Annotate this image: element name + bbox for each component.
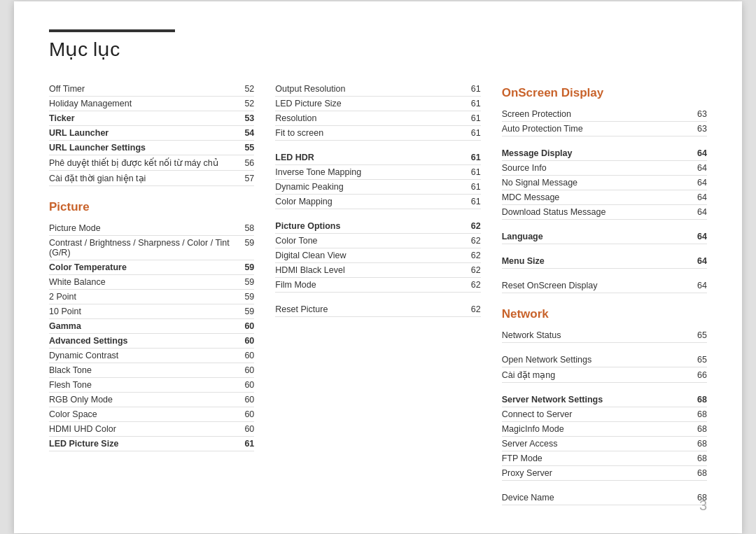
toc-number: 64 (697, 178, 707, 188)
spacer (502, 244, 707, 254)
spacer (502, 481, 707, 491)
page-number: 3 (699, 498, 707, 514)
toc-item: Phê duyệt thiết bị được kết nối từ máy c… (49, 155, 254, 171)
toc-item: White Balance59 (49, 275, 254, 290)
spacer (502, 220, 707, 230)
toc-label: Network Status (502, 330, 697, 340)
toc-number: 59 (244, 307, 254, 316)
toc-number: 64 (697, 163, 707, 173)
toc-number: 59 (244, 238, 254, 248)
toc-number: 68 (697, 409, 707, 419)
toc-label: Screen Protection (502, 109, 697, 119)
toc-number: 57 (244, 174, 254, 183)
toc-number: 60 (244, 380, 254, 390)
spacer (275, 209, 480, 219)
toc-number: 61 (471, 153, 481, 162)
toc-item: Film Mode62 (275, 278, 480, 293)
toc-section-header: LED HDR61 (275, 150, 480, 165)
toc-label: 10 Point (49, 307, 244, 316)
toc-number: 59 (244, 277, 254, 287)
toc-label: Download Status Message (502, 207, 697, 217)
page-title: Mục lục (49, 38, 707, 61)
spacer (502, 269, 707, 279)
column-1: Off Timer52Holiday Management52Ticker53U… (49, 82, 275, 505)
toc-item: 2 Point59 (49, 290, 254, 304)
toc-number: 68 (697, 468, 707, 478)
toc-number: 65 (697, 330, 707, 340)
toc-item: Inverse Tone Mapping61 (275, 165, 480, 180)
toc-number: 68 (697, 424, 707, 434)
toc-item: LED Picture Size61 (49, 437, 254, 451)
toc-item: Auto Protection Time63 (502, 122, 707, 136)
toc-number: 64 (697, 232, 707, 241)
toc-item: LED Picture Size61 (275, 97, 480, 111)
toc-item: Black Tone60 (49, 363, 254, 378)
spacer (502, 383, 707, 393)
toc-item: Ticker53 (49, 111, 254, 126)
title-bar (49, 29, 175, 32)
toc-item: Color Temperature59 (49, 260, 254, 275)
toc-number: 60 (244, 351, 254, 360)
toc-number: 61 (471, 99, 481, 108)
toc-number: 65 (697, 355, 707, 365)
toc-item: MDC Message64 (502, 190, 707, 205)
toc-number: 60 (244, 336, 254, 346)
toc-item: Fit to screen61 (275, 126, 480, 141)
toc-item: Digital Clean View62 (275, 248, 480, 263)
toc-label: Ticker (49, 113, 244, 123)
toc-number: 53 (244, 113, 254, 123)
toc-label: MagicInfo Mode (502, 424, 697, 434)
toc-item: Connect to Server68 (502, 407, 707, 422)
toc-item: RGB Only Mode60 (49, 393, 254, 407)
toc-item: Cài đặt mạng66 (502, 367, 707, 383)
toc-label: Fit to screen (275, 128, 470, 138)
toc-label: URL Launcher (49, 128, 244, 138)
page: Mục lục Off Timer52Holiday Management52T… (14, 1, 742, 533)
toc-label: Device Name (502, 493, 697, 503)
toc-item: HDMI Black Level62 (275, 263, 480, 278)
toc-label: Dynamic Peaking (275, 182, 470, 192)
toc-label: Color Tone (275, 236, 470, 246)
toc-number: 68 (697, 454, 707, 463)
toc-item: Color Mapping61 (275, 195, 480, 209)
toc-number: 62 (471, 280, 481, 290)
toc-item: No Signal Message64 (502, 176, 707, 190)
toc-number: 64 (697, 192, 707, 202)
toc-number: 62 (471, 265, 481, 275)
toc-label: Message Display (502, 148, 697, 158)
toc-item: URL Launcher Settings55 (49, 141, 254, 155)
toc-item: Open Network Settings65 (502, 353, 707, 367)
toc-number: 61 (471, 167, 481, 177)
toc-number: 61 (471, 84, 481, 94)
toc-item: MagicInfo Mode68 (502, 422, 707, 437)
toc-label: URL Launcher Settings (49, 143, 244, 153)
toc-label: Dynamic Contrast (49, 351, 244, 360)
toc-number: 62 (471, 236, 481, 246)
column-3: OnScreen DisplayScreen Protection63Auto … (502, 82, 707, 505)
toc-number: 61 (471, 128, 481, 138)
toc-item: Dynamic Peaking61 (275, 180, 480, 195)
toc-number: 58 (244, 223, 254, 233)
toc-number: 64 (697, 281, 707, 290)
toc-item: Language64 (502, 230, 707, 244)
toc-number: 68 (697, 439, 707, 449)
toc-label: Off Timer (49, 84, 244, 94)
toc-label: Phê duyệt thiết bị được kết nối từ máy c… (49, 157, 244, 168)
toc-label: LED HDR (275, 153, 470, 162)
toc-label: Flesh Tone (49, 380, 244, 390)
toc-item: Source Info64 (502, 161, 707, 176)
toc-number: 59 (244, 292, 254, 302)
toc-label: LED Picture Size (275, 99, 470, 108)
section-title: OnScreen Display (502, 86, 707, 100)
toc-label: Cài đặt thời gian hiện tại (49, 173, 244, 183)
toc-number: 60 (244, 395, 254, 405)
toc-label: Color Mapping (275, 197, 470, 206)
toc-item: Off Timer52 (49, 82, 254, 97)
toc-label: Language (502, 232, 697, 241)
toc-label: Inverse Tone Mapping (275, 167, 470, 177)
spacer (502, 343, 707, 353)
toc-item: Message Display64 (502, 146, 707, 161)
toc-label: Picture Mode (49, 223, 244, 233)
toc-number: 61 (471, 197, 481, 206)
toc-item: Color Tone62 (275, 234, 480, 248)
